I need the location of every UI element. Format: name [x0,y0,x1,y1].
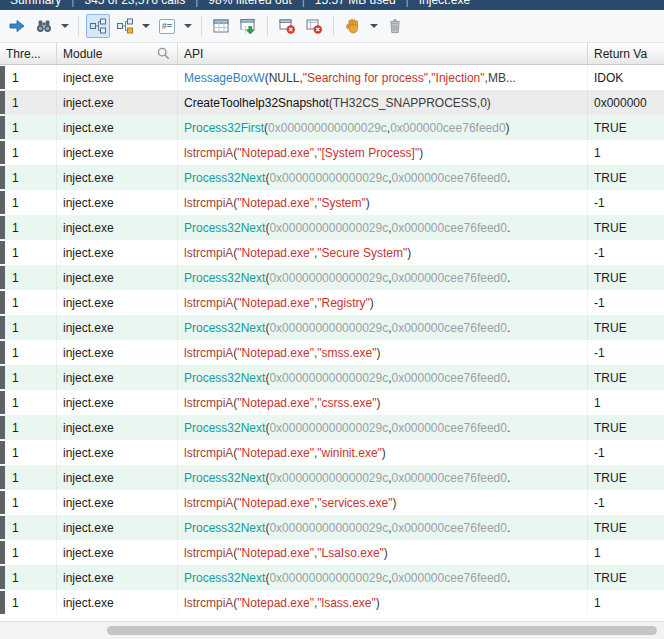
horizontal-scrollbar[interactable] [0,621,664,639]
table-row[interactable]: 1inject.exelstrcmpiA ( "Notepad.exe", "c… [0,390,664,415]
column-header-return-value[interactable]: Return Va [588,43,664,64]
api-segment: "Injection" [431,71,484,85]
view-dropdown[interactable] [140,14,152,38]
thread-cell: 1 [0,590,57,615]
clear-display-button[interactable] [302,14,326,38]
return-value-cell: 1 [588,590,664,615]
jump-to-button[interactable] [5,14,29,38]
api-cell: Process32Next ( 0x000000000000029c, 0x00… [178,565,588,590]
thread-cell: 1 [0,165,57,190]
pause-dropdown[interactable] [368,14,380,38]
find-button[interactable] [32,14,56,38]
status-item: 15.57 MB used [315,0,396,7]
api-segment: Process32First [184,121,264,135]
table-row[interactable]: 1inject.exeProcess32Next ( 0x00000000000… [0,415,664,440]
row-marker [0,341,5,364]
status-bar: Summary|345 of 23,576 calls|98% filtered… [0,0,664,10]
api-segment: ) [407,246,411,260]
return-value-cell: -1 [588,490,664,515]
hex-dropdown[interactable] [182,14,194,38]
status-separator: | [406,0,409,7]
return-value-cell: 1 [588,140,664,165]
table-row[interactable]: 1inject.exeProcess32First ( 0x0000000000… [0,115,664,140]
delete-button[interactable] [383,14,407,38]
module-cell: inject.exe [57,140,178,165]
api-segment: Process32Next [184,471,265,485]
api-segment: "LsaIso.exe" [317,546,384,560]
api-cell: lstrcmpiA ( "Notepad.exe", "csrss.exe" ) [178,390,588,415]
api-segment: MB... [488,71,516,85]
new-view-button[interactable] [113,14,137,38]
api-segment: 0x000000000000029c [269,321,388,335]
table-row[interactable]: 1inject.exeProcess32Next ( 0x00000000000… [0,365,664,390]
api-segment: ) [376,346,380,360]
row-marker [0,191,5,214]
table-row[interactable]: 1inject.exelstrcmpiA ( "Notepad.exe", "s… [0,490,664,515]
api-segment: "Notepad.exe" [237,146,314,160]
return-value-cell: -1 [588,190,664,215]
table-row[interactable]: 1inject.exelstrcmpiA ( "Notepad.exe", "S… [0,190,664,215]
table-row[interactable]: 1inject.exeProcess32Next ( 0x00000000000… [0,465,664,490]
table-row[interactable]: 1inject.exeProcess32Next ( 0x00000000000… [0,315,664,340]
row-marker [0,316,5,339]
column-header-module[interactable]: Module [57,43,178,64]
new-view-icon [116,17,134,35]
api-segment: CreateToolhelp32Snapshot [184,96,329,110]
column-header-thread[interactable]: Thre... [0,43,57,64]
api-segment: 0x000000000000029c [269,371,388,385]
thread-cell: 1 [0,265,57,290]
api-cell: Process32Next ( 0x000000000000029c, 0x00… [178,315,588,340]
table-row[interactable]: 1inject.exelstrcmpiA ( "Notepad.exe", "s… [0,340,664,365]
row-marker [0,391,5,414]
api-segment: TH32CS_SNAPPROCESS [333,96,477,110]
api-segment: 0x000000000000029c [269,571,388,585]
horizontal-scrollbar-thumb[interactable] [107,626,657,635]
hex-params-button[interactable]: #= [155,14,179,38]
row-marker [0,91,5,114]
table-row[interactable]: 1inject.exelstrcmpiA ( "Notepad.exe", "S… [0,240,664,265]
table-row[interactable]: 1inject.exelstrcmpiA ( "Notepad.exe", "L… [0,540,664,565]
thread-cell: 1 [0,115,57,140]
table-row[interactable]: 1inject.exeCreateToolhelp32Snapshot ( TH… [0,90,664,115]
api-segment: 0x000000cee76feed0 [392,521,507,535]
thread-cell: 1 [0,415,57,440]
table-row[interactable]: 1inject.exeProcess32Next ( 0x00000000000… [0,515,664,540]
api-cell: Process32Next ( 0x000000000000029c, 0x00… [178,415,588,440]
module-cell: inject.exe [57,415,178,440]
call-tree-button[interactable] [86,14,110,38]
table-row[interactable]: 1inject.exeProcess32Next ( 0x00000000000… [0,565,664,590]
table-row[interactable]: 1inject.exeProcess32Next ( 0x00000000000… [0,215,664,240]
module-filter-icon[interactable] [156,46,171,61]
toolbar: #= [0,10,664,43]
return-value-cell: -1 [588,240,664,265]
table-row[interactable]: 1inject.exelstrcmpiA ( "Notepad.exe", "l… [0,590,664,615]
status-items: Summary|345 of 23,576 calls|98% filtered… [10,0,470,7]
column-header-api[interactable]: API [178,43,588,64]
table-row[interactable]: 1inject.exeProcess32Next ( 0x00000000000… [0,265,664,290]
api-segment: 0 [480,96,487,110]
export-button[interactable] [236,14,260,38]
table-view-button[interactable] [209,14,233,38]
api-segment: 0x000000000000029c [269,471,388,485]
module-cell: inject.exe [57,190,178,215]
status-separator: | [195,0,198,7]
find-dropdown[interactable] [59,14,71,38]
row-marker [0,366,5,389]
table-row[interactable]: 1inject.exelstrcmpiA ( "Notepad.exe", "w… [0,440,664,465]
stop-monitor-button[interactable] [275,14,299,38]
pause-capture-button[interactable] [341,14,365,38]
api-segment: 0x000000cee76feed0 [392,171,507,185]
thread-cell: 1 [0,540,57,565]
api-segment: ) [419,146,423,160]
row-marker [0,66,5,89]
row-marker [0,216,5,239]
module-cell: inject.exe [57,65,178,90]
table-row[interactable]: 1inject.exelstrcmpiA ( "Notepad.exe", "[… [0,140,664,165]
table-row[interactable]: 1inject.exeProcess32Next ( 0x00000000000… [0,165,664,190]
api-cell: Process32First ( 0x000000000000029c, 0x0… [178,115,588,140]
thread-cell: 1 [0,240,57,265]
table-row[interactable]: 1inject.exelstrcmpiA ( "Notepad.exe", "R… [0,290,664,315]
api-segment: Process32Next [184,521,265,535]
thread-cell: 1 [0,515,57,540]
table-row[interactable]: 1inject.exeMessageBoxW ( NULL, "Searchin… [0,65,664,90]
